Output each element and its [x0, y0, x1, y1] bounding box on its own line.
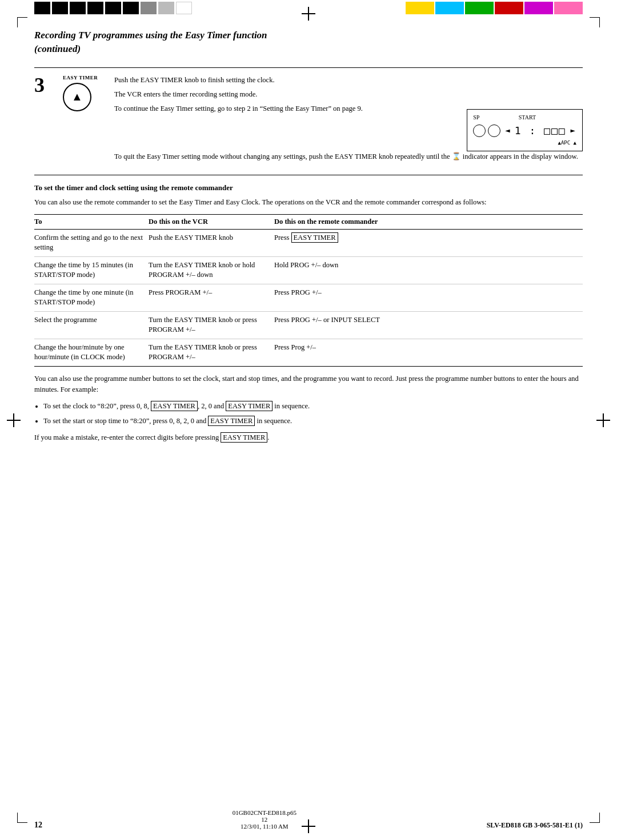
step3-display-col: SP START ◄ 1 : □□□ ► [467, 103, 583, 151]
divider-1 [34, 67, 583, 68]
row5-col3: Press Prog +/– [274, 339, 583, 366]
step-3-section: 3 EASY TIMER Push the EASY TIMER knob to… [34, 75, 583, 168]
bullet1-suffix: in sequence. [273, 402, 310, 410]
crosshair-right [596, 413, 610, 427]
remote-intro: You can also use the remote commander to… [34, 197, 583, 208]
corner-mark-bl [17, 813, 27, 823]
display-mockup: SP START ◄ 1 : □□□ ► [467, 109, 583, 151]
start-label: START [519, 113, 536, 122]
body-paragraph-1: You can also use the programme number bu… [34, 373, 583, 396]
red-block [495, 2, 523, 14]
bullet-item-2: To set the start or stop time to “8:20”,… [43, 416, 583, 427]
step-content: Push the EASY TIMER knob to finish setti… [114, 75, 583, 168]
row1-col1: Confirm the setting and go to the next s… [34, 229, 149, 256]
step-number-col: 3 [34, 75, 51, 168]
row2-col1: Change the time by 15 minutes (in START/… [34, 256, 149, 284]
table-row: Change the time by 15 minutes (in START/… [34, 256, 583, 284]
easy-timer-box-3: EASY TIMER [226, 401, 273, 411]
right-arrow: ► [571, 124, 575, 136]
table-header-row: To Do this on the VCR Do this on the rem… [34, 214, 583, 229]
corner-mark-tl [17, 17, 27, 27]
col-header-remote: Do this on the remote commander [274, 214, 583, 229]
row1-col3: Press EASY TIMER [274, 229, 583, 256]
row2-col3: Hold PROG +/– down [274, 256, 583, 284]
p2-prefix: If you make a mistake, re-enter the corr… [34, 433, 221, 441]
row5-col1: Change the hour/minute by one hour/minut… [34, 339, 149, 366]
black-squares-row [34, 2, 192, 14]
step-number: 3 [34, 75, 51, 95]
footer-right: SLV-ED818 GB 3-065-581-E1 (1) [487, 821, 583, 830]
row4-col3: Press PROG +/– or INPUT SELECT [274, 311, 583, 339]
table-row: Change the hour/minute by one hour/minut… [34, 339, 583, 366]
easy-timer-box-5: EASY TIMER [221, 432, 267, 443]
white-sq [176, 2, 192, 14]
row3-col1: Change the time by one minute (in START/… [34, 284, 149, 311]
page-ref: 12 [233, 816, 297, 823]
footer-left: 12 [34, 821, 42, 830]
color-blocks-row [406, 2, 583, 14]
row4-col1: Select the programme [34, 311, 149, 339]
easy-timer-box-2: EASY TIMER [151, 401, 198, 411]
corner-mark-tr [590, 17, 600, 27]
bullet2-suffix: in sequence. [255, 417, 292, 425]
easy-timer-knob-icon [63, 83, 91, 111]
crosshair-left [7, 413, 21, 427]
display-circles [473, 124, 500, 137]
date-info: 12/3/01, 11:10 AM [233, 823, 297, 830]
row3-col3: Press PROG +/– [274, 284, 583, 311]
easy-timer-label: EASY TIMER [63, 75, 103, 81]
pink-block [554, 2, 583, 14]
row5-col2: Turn the EASY TIMER knob or press PROGRA… [149, 339, 274, 366]
step3-instruction4: To quit the Easy Timer setting mode with… [114, 151, 583, 162]
step3-instruction2: The VCR enters the timer recording setti… [114, 89, 583, 100]
model-number: SLV-ED818 GB 3-065-581-E1 (1) [487, 821, 583, 830]
step-icon-col: EASY TIMER [63, 75, 103, 168]
row4-col2: Turn the EASY TIMER knob or press PROGRA… [149, 311, 274, 339]
display-content: ◄ 1 : □□□ ► [473, 123, 576, 138]
main-content: Recording TV programmes using the Easy T… [34, 29, 583, 811]
divider-2 [34, 175, 583, 175]
step3-instruction1: Push the EASY TIMER knob to finish setti… [114, 75, 583, 86]
left-arrow: ◄ [505, 124, 510, 136]
black-sq-1 [34, 2, 50, 14]
gray-sq-1 [141, 2, 157, 14]
black-sq-3 [70, 2, 86, 14]
remote-section: To set the timer and clock setting using… [34, 183, 583, 366]
bullet-item-1: To set the clock to “8:20”, press 0, 8, … [43, 401, 583, 412]
display-time: 1 : □□□ [515, 123, 566, 138]
table-row: Change the time by one minute (in START/… [34, 284, 583, 311]
step3-instruction3: To continue the Easy Timer setting, go t… [114, 103, 458, 114]
sp-label: SP [473, 113, 479, 122]
black-sq-2 [52, 2, 68, 14]
cyan-block [435, 2, 464, 14]
bullet1-mid: , 2, 0 and [198, 402, 226, 410]
magenta-block [524, 2, 553, 14]
spacer [575, 113, 576, 122]
gray-sq-2 [158, 2, 174, 14]
yellow-block [406, 2, 434, 14]
apc-label: ▲APC ▲ [473, 139, 576, 147]
p2-suffix: . [267, 433, 269, 441]
display-circle-2 [488, 124, 500, 137]
black-sq-4 [87, 2, 103, 14]
black-sq-6 [123, 2, 139, 14]
file-info: 01GB02CNT-ED818.p65 [233, 809, 297, 816]
bullet2-prefix: To set the start or stop time to “8:20”,… [43, 417, 208, 425]
row2-col2: Turn the EASY TIMER knob or hold PROGRAM… [149, 256, 274, 284]
page-number: 12 [34, 821, 42, 830]
body-paragraph-2: If you make a mistake, re-enter the corr… [34, 432, 583, 443]
display-top-labels: SP START [473, 113, 576, 122]
row3-col2: Press PROGRAM +/– [149, 284, 274, 311]
crosshair-top [302, 7, 315, 21]
remote-table: To Do this on the VCR Do this on the rem… [34, 214, 583, 367]
bullet1-prefix: To set the clock to “8:20”, press 0, 8, [43, 402, 151, 410]
step3-text-col: To continue the Easy Timer setting, go t… [114, 103, 458, 118]
easy-timer-box-4: EASY TIMER [208, 416, 255, 426]
corner-mark-br [590, 813, 600, 823]
step3-inner: To continue the Easy Timer setting, go t… [114, 103, 583, 151]
easy-timer-box-1: EASY TIMER [291, 232, 338, 243]
black-sq-5 [105, 2, 121, 14]
table-row: Select the programme Turn the EASY TIMER… [34, 311, 583, 339]
footer-center: 01GB02CNT-ED818.p65 12 12/3/01, 11:10 AM [233, 809, 297, 830]
green-block [465, 2, 494, 14]
